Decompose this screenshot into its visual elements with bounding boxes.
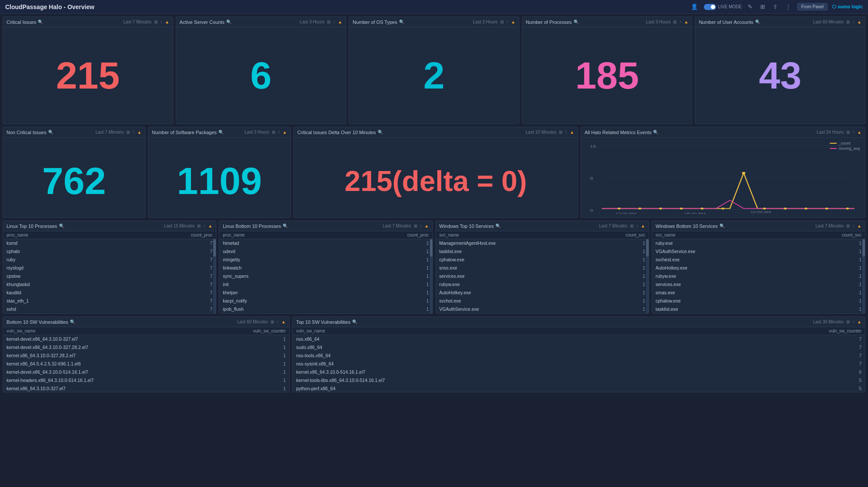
top-sw-data: nss.x86_647sudo.x86_647nss-tools.x86_647… (293, 335, 865, 392)
linux-top10-scroll[interactable]: ksmd7cphalo7ruby7rsyslogd7cpslow7khungta… (3, 239, 216, 313)
sort-icon-sm[interactable]: ↑ (160, 20, 162, 24)
edit-icon[interactable]: ✎ (746, 3, 754, 11)
sw-packages-value: 1109 (177, 162, 262, 200)
filter-icon-wt[interactable]: ⊞ (630, 224, 634, 228)
filter-icon-lb[interactable]: ⊞ (414, 224, 417, 228)
share-icon[interactable]: ⇧ (771, 3, 779, 11)
live-mode-toggle[interactable]: LIVE MODE (704, 4, 742, 10)
info-icon-4: 🔍 (574, 20, 579, 24)
cell-name: kacpi_notify (219, 297, 393, 305)
sort-icon-tsw[interactable]: ↑ (852, 319, 855, 324)
table-row: VGAuthService.exe1 (652, 247, 865, 256)
sort-icon-wt[interactable]: ↑ (636, 224, 638, 228)
panel-critical-issues: Critical Issues 🔍 Last 7 Minutes ⊞ ↑ ▲ 2… (3, 16, 173, 124)
info-icon-delta: 🔍 (378, 130, 383, 135)
col-count-svc-wb: count_svc (759, 231, 865, 239)
cell-count: 1 (837, 239, 865, 247)
cell-count: 1 (837, 280, 865, 289)
bottom-sw-scroll[interactable]: kernel-devel.x86_64.3.10.0-327.el71kerne… (3, 335, 289, 392)
table-row: khungtaskd7 (3, 280, 216, 289)
cell-name: kernel.x86_64.3.10.0-327.el7 (3, 385, 263, 392)
filter-icon-3[interactable]: ⊞ (500, 20, 504, 24)
warning-icon-delta: ▲ (570, 130, 574, 135)
cell-name: cphalow.exe (436, 256, 621, 264)
panel-title-non-critical: Non Critical Issues 🔍 (7, 130, 53, 135)
filter-icon-5[interactable]: ⊞ (846, 20, 850, 24)
linux-bottom10-scroll[interactable]: himetad1udevd1mingetty1linkwatch1sync_su… (219, 239, 432, 313)
panel-header-bottom-sw: Bottom 10 SW Vulnerabilities 🔍 Last 60 M… (3, 317, 289, 327)
filter-icon-lt[interactable]: ⊞ (197, 224, 201, 228)
info-icon-3: 🔍 (399, 20, 404, 24)
cell-count: 1 (837, 313, 865, 314)
linux-bottom10-data: himetad1udevd1mingetty1linkwatch1sync_su… (219, 239, 432, 313)
sort-icon-swp[interactable]: ↑ (278, 130, 280, 135)
live-mode-switch[interactable] (704, 4, 716, 10)
panel-body-sw-packages: 1109 (149, 138, 290, 224)
cell-count: 6 (813, 368, 865, 376)
filter-icon-nc[interactable]: ⊞ (126, 130, 130, 135)
sort-icon-halo[interactable]: ↑ (852, 130, 855, 135)
more-icon[interactable]: ⋮ (784, 3, 793, 11)
panel-title-active-server: Active Server Counts 🔍 (180, 20, 231, 25)
table-row: stas_eth_17 (3, 297, 216, 305)
svg-point-10 (701, 207, 703, 209)
col-proc-name: proc_name (3, 231, 110, 239)
top-bar-actions: 👤 LIVE MODE ✎ ⊞ ⇧ ⋮ From Panel ⬡ sumo lo… (689, 3, 863, 11)
halo-metrics-chart: 16 8 0 (584, 141, 861, 214)
cell-name: svchot.exe (436, 297, 621, 305)
sort-icon-lt[interactable]: ↑ (203, 224, 205, 228)
table-row: kernel-devel.x86_64.3.10.0-514.16.1.el71 (3, 368, 289, 376)
filter-icon[interactable]: ⊞ (759, 3, 767, 11)
panel-title-critical-issues: Critical Issues 🔍 (7, 20, 43, 25)
cell-count: 7 (813, 335, 865, 343)
filter-icon-4[interactable]: ⊞ (673, 20, 677, 24)
filter-icon-swp[interactable]: ⊞ (272, 130, 275, 135)
legend-moving-avg: moving_avg (830, 146, 860, 151)
filter-icon-wb[interactable]: ⊞ (846, 224, 850, 228)
cell-name: nss-tools.x86_64 (293, 352, 813, 360)
cell-name: linkwatch (219, 264, 393, 272)
user-icon[interactable]: 👤 (689, 3, 700, 11)
cell-name: VGAuthService.exe (436, 305, 621, 313)
sort-icon-2[interactable]: ↑ (333, 20, 335, 24)
filter-icon-sm[interactable]: ⊞ (154, 20, 158, 24)
cell-name: events_power_ef (219, 313, 393, 314)
warning-icon-nc: ▲ (137, 130, 142, 135)
filter-icon-tsw[interactable]: ⊞ (846, 319, 850, 324)
sort-icon-5[interactable]: ↑ (852, 20, 855, 24)
col-vuln-name-bsw: vuln_sw_name (3, 327, 139, 335)
sort-icon-3[interactable]: ↑ (506, 20, 508, 24)
cell-count: 1 (621, 297, 649, 305)
panel-title-os-types: Number of OS Types 🔍 (353, 20, 404, 25)
filter-icon-halo[interactable]: ⊞ (846, 130, 850, 135)
windows-bottom10-scroll[interactable]: ruby.exe1VGAuthService.exe1svchest.exe1A… (652, 239, 865, 313)
top-sw-scroll[interactable]: nss.x86_647sudo.x86_647nss-tools.x86_647… (293, 335, 865, 392)
cell-name: stas_eth_1 (3, 297, 165, 305)
info-icon-tsw: 🔍 (352, 319, 357, 324)
sort-icon-bsw[interactable]: ↑ (277, 319, 279, 324)
from-panel-button[interactable]: From Panel (797, 3, 828, 10)
panel-header-windows-top10: Windows Top 10 Services 🔍 Last 7 Minutes… (436, 221, 649, 231)
sort-icon-nc[interactable]: ↑ (132, 130, 135, 135)
filter-icon-2[interactable]: ⊞ (327, 20, 330, 24)
sort-icon-wb[interactable]: ↑ (852, 224, 855, 228)
table-row: kernel-tools-libs.x86_64.3.10.0-514.16.1… (293, 376, 865, 385)
panel-meta-delta: Last 10 Minutes ⊞ ↑ ▲ (526, 130, 574, 135)
panel-body-critical-issues: 215 (3, 27, 173, 124)
sort-icon-lb[interactable]: ↑ (420, 224, 422, 228)
sumo-logic-logo: ⬡ sumo logic (832, 4, 863, 10)
table-row: ipob_flush1 (219, 305, 432, 313)
sort-icon-delta[interactable]: ↑ (565, 130, 567, 135)
table-row: sudo.x86_647 (293, 343, 865, 352)
panel-header-linux-bottom10: Linux Bottom 10 Processes 🔍 Last 7 Minut… (219, 221, 432, 231)
filter-icon-delta[interactable]: ⊞ (559, 130, 562, 135)
panel-title-bottom-sw: Bottom 10 SW Vulnerabilities 🔍 (7, 319, 75, 325)
filter-icon-bsw[interactable]: ⊞ (271, 319, 274, 324)
windows-top10-scroll[interactable]: ManagementAgentHost.exe1tasklist.exe1cph… (436, 239, 649, 313)
sort-icon-4[interactable]: ↑ (679, 20, 681, 24)
cell-name: tasklist.exe (652, 305, 838, 313)
panel-body-linux-bottom10: proc_name count_proc himetad1udevd1minge… (219, 231, 432, 313)
windows-top10-table: svc_name count_svc (436, 231, 649, 239)
table-row: cphalow.exe1 (436, 256, 649, 264)
table-row: events_power_ef1 (219, 313, 432, 314)
